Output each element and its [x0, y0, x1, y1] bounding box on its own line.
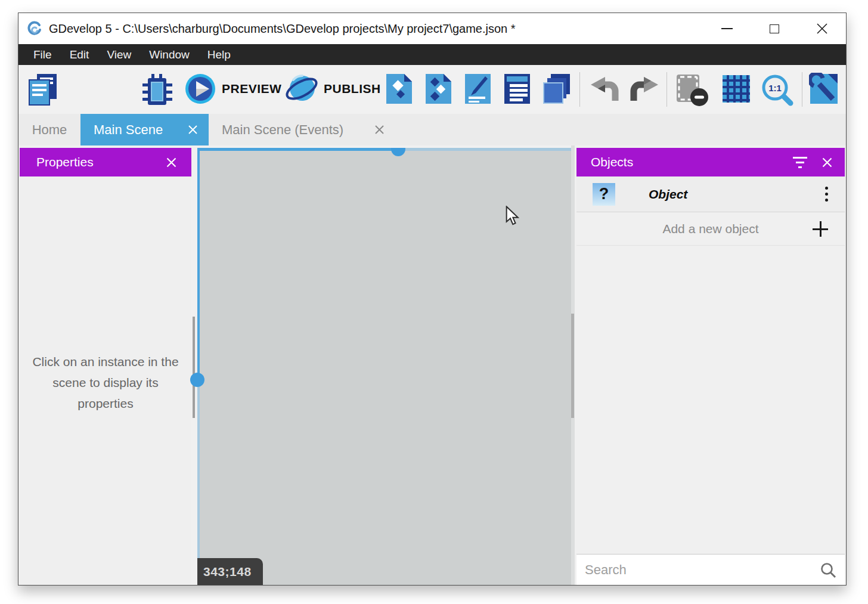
menu-help[interactable]: Help [199, 44, 240, 65]
scene-canvas[interactable]: 343;148 [197, 148, 571, 585]
publish-button[interactable]: PUBLISH [285, 73, 381, 105]
redo-icon[interactable] [629, 76, 660, 103]
scene-properties-icon[interactable] [464, 73, 492, 105]
scene-border-top [197, 148, 398, 151]
menu-window[interactable]: Window [140, 44, 199, 65]
tab-home[interactable]: Home [18, 114, 80, 145]
title-bar: GDevelop 5 - C:\Users\charburg\Documents… [18, 13, 846, 44]
mouse-cursor [504, 206, 522, 226]
tab-bar: Home Main Scene Main Scene (Events) [18, 114, 846, 145]
close-button[interactable] [798, 13, 846, 44]
scene-border-left [197, 148, 200, 380]
scene-border-left-faded [197, 380, 200, 585]
settings-wrench-icon[interactable] [809, 73, 839, 105]
preview-label: PREVIEW [222, 82, 281, 96]
properties-close-button[interactable] [166, 157, 177, 168]
tab-label: Home [32, 122, 67, 138]
close-icon [166, 157, 177, 168]
close-icon [188, 125, 198, 135]
zoom-original-icon[interactable]: 1:1 [760, 73, 795, 107]
window-controls [703, 13, 846, 44]
search-icon [820, 562, 836, 578]
canvas-left-scrollbar[interactable] [193, 317, 195, 418]
minimize-icon [721, 28, 733, 29]
gdevelop-window: GDevelop 5 - C:\Users\charburg\Documents… [18, 13, 847, 586]
tab-close-button[interactable] [188, 125, 198, 135]
unknown-object-icon: ? [593, 183, 615, 206]
desktop-background: GDevelop 5 - C:\Users\charburg\Documents… [0, 0, 868, 604]
add-object-row[interactable]: Add a new object [576, 212, 845, 246]
preview-play-icon [184, 73, 216, 105]
instances-list-icon[interactable] [542, 73, 571, 105]
maximize-icon [770, 24, 779, 33]
object-menu-button[interactable] [825, 187, 828, 202]
plus-icon[interactable] [811, 220, 829, 238]
tab-label: Main Scene (Events) [222, 122, 343, 138]
objects-panel-header: Objects [576, 148, 845, 176]
gdevelop-logo-icon [26, 20, 43, 37]
project-manager-icon[interactable] [27, 73, 59, 106]
cursor-coordinates-tooltip: 343;148 [197, 558, 263, 585]
properties-panel-header: Properties [20, 148, 191, 176]
minimize-button[interactable] [703, 13, 751, 44]
scene-editor-content: Properties Click on an instance in the s… [18, 145, 846, 585]
toolbar: PREVIEW PUBLISH [18, 65, 846, 114]
zoom-ratio-label: 1:1 [768, 83, 782, 93]
menu-bar: File Edit View Window Help [18, 44, 846, 65]
tab-main-scene-events[interactable]: Main Scene (Events) [209, 114, 395, 145]
delete-instances-icon[interactable] [675, 73, 709, 106]
close-icon [816, 22, 829, 35]
close-icon [374, 125, 385, 135]
add-object-label: Add a new object [576, 222, 845, 236]
publish-label: PUBLISH [324, 82, 381, 96]
objects-close-button[interactable] [822, 157, 833, 168]
toolbar-separator [579, 72, 580, 107]
objects-panel-title: Objects [591, 155, 633, 169]
objects-search-bar [576, 554, 845, 585]
canvas-right-scrollbar[interactable] [571, 314, 574, 418]
toolbar-separator [666, 72, 667, 107]
object-name: Object [649, 187, 687, 202]
objects-groups-icon[interactable] [424, 73, 452, 105]
tab-close-button[interactable] [374, 125, 385, 135]
objects-list-icon[interactable] [503, 73, 531, 105]
scene-border-top-faded [398, 148, 571, 151]
window-title: GDevelop 5 - C:\Users\charburg\Documents… [49, 22, 516, 36]
tab-label: Main Scene [94, 122, 163, 138]
resize-handle-left[interactable] [190, 373, 204, 387]
maximize-button[interactable] [751, 13, 798, 44]
object-list-item[interactable]: ? Object [576, 176, 845, 212]
menu-view[interactable]: View [98, 44, 140, 65]
toolbar-separator [802, 72, 802, 107]
close-icon [822, 157, 833, 168]
filter-icon[interactable] [793, 157, 807, 168]
resize-handle-top[interactable] [391, 148, 405, 156]
search-input[interactable] [576, 555, 845, 585]
menu-edit[interactable]: Edit [61, 44, 98, 65]
tab-main-scene[interactable]: Main Scene [80, 114, 209, 145]
publish-globe-icon [285, 73, 318, 105]
debug-icon[interactable] [142, 73, 173, 107]
properties-empty-message: Click on an instance in the scene to dis… [27, 351, 184, 414]
properties-panel: Properties Click on an instance in the s… [20, 148, 191, 585]
grid-icon[interactable] [722, 73, 751, 105]
menu-file[interactable]: File [24, 44, 61, 65]
properties-panel-title: Properties [36, 155, 94, 169]
undo-icon[interactable] [589, 76, 620, 103]
preview-button[interactable]: PREVIEW [184, 73, 281, 105]
add-object-icon[interactable] [385, 73, 413, 105]
objects-panel: Objects ? Object [576, 148, 845, 585]
